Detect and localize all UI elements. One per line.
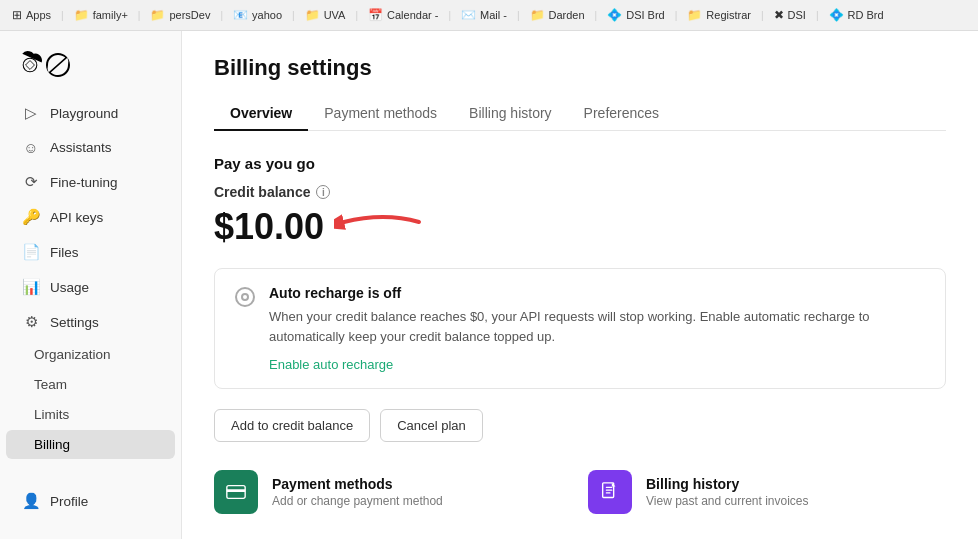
sidebar-item-files[interactable]: 📄 Files <box>6 235 175 269</box>
profile-icon: 👤 <box>22 492 40 510</box>
payment-methods-card-text: Payment methods Add or change payment me… <box>272 476 443 508</box>
add-credit-button[interactable]: Add to credit balance <box>214 409 370 442</box>
arrow-svg <box>334 202 424 242</box>
credit-card-icon <box>225 481 247 503</box>
arrow-annotation <box>334 202 424 242</box>
folder-icon: 📁 <box>74 8 89 22</box>
sidebar-label-usage: Usage <box>50 280 89 295</box>
calendar-tab-label: Calendar - <box>387 9 438 21</box>
tab-payment-methods-label: Payment methods <box>324 105 437 121</box>
sidebar-item-usage[interactable]: 📊 Usage <box>6 270 175 304</box>
sidebar-item-organization[interactable]: Organization <box>6 340 175 369</box>
app-container: ▷ Playground ☺ Assistants ⟳ Fine-tuning … <box>0 31 978 539</box>
sidebar-item-api-keys[interactable]: 🔑 API keys <box>6 200 175 234</box>
mail-icon: ✉️ <box>461 8 476 22</box>
sidebar-label-team: Team <box>34 377 67 392</box>
browser-tab-persdev[interactable]: 📁 persDev <box>146 6 214 24</box>
tabs-bar: Overview Payment methods Billing history… <box>214 97 946 131</box>
payment-methods-card-title: Payment methods <box>272 476 443 492</box>
tab-preferences[interactable]: Preferences <box>568 97 675 131</box>
tab-preferences-label: Preferences <box>584 105 659 121</box>
sidebar: ▷ Playground ☺ Assistants ⟳ Fine-tuning … <box>0 31 182 539</box>
registrar-folder-icon: 📁 <box>687 8 702 22</box>
content-inner: Billing settings Overview Payment method… <box>182 31 978 538</box>
sidebar-item-playground[interactable]: ▷ Playground <box>6 96 175 130</box>
sidebar-label-api-keys: API keys <box>50 210 103 225</box>
browser-tab-yahoo[interactable]: 📧 yahoo <box>229 6 286 24</box>
openai-icon <box>44 51 72 79</box>
logo-area[interactable] <box>0 43 181 95</box>
payment-methods-card[interactable]: Payment methods Add or change payment me… <box>214 470 572 514</box>
calendar-icon: 📅 <box>368 8 383 22</box>
sidebar-item-assistants[interactable]: ☺ Assistants <box>6 131 175 164</box>
sidebar-item-profile[interactable]: 👤 Profile <box>6 484 175 518</box>
sidebar-label-billing: Billing <box>34 437 70 452</box>
page-title: Billing settings <box>214 55 946 81</box>
dsibrd-tab-label: DSI Brd <box>626 9 665 21</box>
fine-tuning-icon: ⟳ <box>22 173 40 191</box>
rdbrd-icon: 💠 <box>829 8 844 22</box>
billing-history-card-desc: View past and current invoices <box>646 494 809 508</box>
browser-tab-dsibrd[interactable]: 💠 DSI Brd <box>603 6 669 24</box>
openai-logo-icon <box>16 51 44 79</box>
credit-amount: $10.00 <box>214 206 324 248</box>
cards-row: Payment methods Add or change payment me… <box>214 470 946 514</box>
settings-icon: ⚙ <box>22 313 40 331</box>
browser-tab-darden[interactable]: 📁 Darden <box>526 6 589 24</box>
tab-billing-history[interactable]: Billing history <box>453 97 567 131</box>
sidebar-navigation: ▷ Playground ☺ Assistants ⟳ Fine-tuning … <box>0 95 181 475</box>
enable-auto-recharge-link[interactable]: Enable auto recharge <box>269 357 393 372</box>
uva-folder-icon: 📁 <box>305 8 320 22</box>
family-tab-label: family+ <box>93 9 128 21</box>
api-keys-icon: 🔑 <box>22 208 40 226</box>
assistants-icon: ☺ <box>22 139 40 156</box>
sidebar-item-team[interactable]: Team <box>6 370 175 399</box>
dsi-tab-label: DSI <box>788 9 806 21</box>
svg-rect-3 <box>227 489 245 492</box>
browser-tab-uva[interactable]: 📁 UVA <box>301 6 350 24</box>
credit-amount-row: $10.00 <box>214 206 946 248</box>
sidebar-item-fine-tuning[interactable]: ⟳ Fine-tuning <box>6 165 175 199</box>
yahoo-tab-label: yahoo <box>252 9 282 21</box>
browser-bar: ⊞ Apps | 📁 family+ | 📁 persDev | 📧 yahoo… <box>0 0 978 31</box>
usage-icon: 📊 <box>22 278 40 296</box>
browser-tab-mail[interactable]: ✉️ Mail - <box>457 6 511 24</box>
info-icon[interactable]: i <box>316 185 330 199</box>
sidebar-label-fine-tuning: Fine-tuning <box>50 175 118 190</box>
billing-history-card[interactable]: Billing history View past and current in… <box>588 470 946 514</box>
browser-tab-calendar[interactable]: 📅 Calendar - <box>364 6 442 24</box>
browser-tab-registrar[interactable]: 📁 Registrar <box>683 6 755 24</box>
registrar-tab-label: Registrar <box>706 9 751 21</box>
main-content: Billing settings Overview Payment method… <box>182 31 978 539</box>
sidebar-bottom: 👤 Profile <box>0 475 181 527</box>
browser-tab-rdbrd[interactable]: 💠 RD Brd <box>825 6 888 24</box>
sidebar-item-billing[interactable]: Billing <box>6 430 175 459</box>
apps-tab-label: Apps <box>26 9 51 21</box>
folder-icon-2: 📁 <box>150 8 165 22</box>
playground-icon: ▷ <box>22 104 40 122</box>
darden-tab-label: Darden <box>549 9 585 21</box>
browser-tab-family[interactable]: 📁 family+ <box>70 6 132 24</box>
credit-balance-text: Credit balance <box>214 184 310 200</box>
sidebar-item-settings[interactable]: ⚙ Settings <box>6 305 175 339</box>
browser-tab-apps[interactable]: ⊞ Apps <box>8 6 55 24</box>
billing-history-card-title: Billing history <box>646 476 809 492</box>
dsi-x-icon: ✖ <box>774 8 784 22</box>
recharge-off-icon <box>235 287 255 307</box>
browser-tab-dsi[interactable]: ✖ DSI <box>770 6 810 24</box>
sidebar-label-organization: Organization <box>34 347 111 362</box>
recharge-icon-inner <box>241 293 249 301</box>
recharge-content: Auto recharge is off When your credit ba… <box>269 285 925 372</box>
tab-overview[interactable]: Overview <box>214 97 308 131</box>
sidebar-label-files: Files <box>50 245 79 260</box>
tab-payment-methods[interactable]: Payment methods <box>308 97 453 131</box>
billing-history-icon-box <box>588 470 632 514</box>
sidebar-label-assistants: Assistants <box>50 140 112 155</box>
credit-balance-label: Credit balance i <box>214 184 946 200</box>
tab-billing-history-label: Billing history <box>469 105 551 121</box>
mail-tab-label: Mail - <box>480 9 507 21</box>
sidebar-item-limits[interactable]: Limits <box>6 400 175 429</box>
cancel-plan-button[interactable]: Cancel plan <box>380 409 483 442</box>
sidebar-label-playground: Playground <box>50 106 118 121</box>
sidebar-label-profile: Profile <box>50 494 88 509</box>
